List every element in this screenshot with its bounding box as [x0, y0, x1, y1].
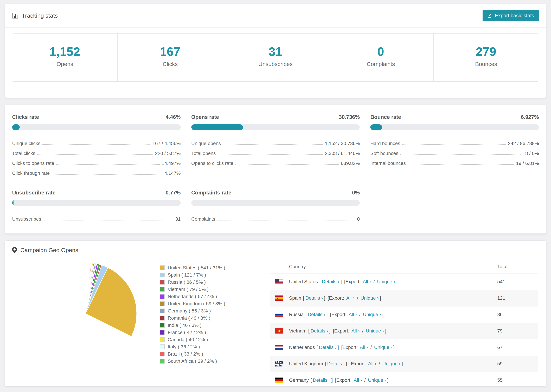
rate-detail-label: Total opens	[191, 151, 216, 157]
details-link[interactable]: Details ›	[305, 295, 323, 301]
details-link[interactable]: Details ›	[322, 279, 339, 284]
rate-detail-value: 1,152 / 30.736%	[325, 141, 360, 147]
rate-title: Bounce rate	[370, 114, 401, 120]
rate-progress-fill	[370, 124, 382, 130]
geo-table-row: United States[Details ›] [Export: All › …	[270, 273, 538, 290]
rate-detail-value: 0	[357, 216, 360, 223]
export-label: [Export:	[335, 378, 352, 383]
legend-label: Brazil ( 33 / 2% )	[168, 351, 203, 357]
country-cell: Spain[Details ›] [Export: All › / Unique…	[289, 290, 497, 306]
rate-detail-row: Total clicks 220 / 5.87%	[12, 147, 181, 157]
export-all-link[interactable]: All ›	[360, 345, 368, 350]
rate-detail-value: 18 / 0%	[523, 151, 539, 157]
geo-table-header-row: Country Total	[270, 260, 538, 273]
legend-swatch	[160, 359, 165, 364]
rate-progress-fill	[12, 200, 14, 206]
legend-item: Vietnam ( 79 / 5% )	[160, 286, 270, 293]
rate-panel: Opens rate 30.736% Unique opens 1,152 / …	[191, 114, 360, 177]
legend-label: Romania ( 49 / 3% )	[168, 315, 210, 321]
country-name: United States	[289, 279, 318, 284]
dotted-leader	[37, 154, 153, 155]
dotted-leader	[52, 174, 162, 175]
rate-detail-label: Internal bounces	[370, 161, 406, 167]
details-link[interactable]: Details ›	[319, 345, 337, 350]
bar-chart-icon	[12, 13, 18, 19]
details-link[interactable]: Details ›	[311, 328, 328, 334]
legend-swatch	[160, 330, 165, 335]
stats-summary-row: 1,152 Opens 167 Clicks 31 Unsubscribes 0…	[12, 33, 539, 82]
rate-panel-header: Opens rate 30.736%	[191, 114, 360, 120]
dotted-leader	[223, 144, 323, 145]
legend-label: United Kingdom ( 59 / 3% )	[168, 301, 225, 307]
rate-value: 0.77%	[166, 190, 181, 196]
dotted-leader	[400, 154, 521, 155]
export-all-link[interactable]: All ›	[354, 378, 362, 383]
rate-title: Complaints rate	[191, 190, 231, 196]
geo-pie-legend: United States ( 541 / 31% ) Spain ( 121 …	[145, 260, 270, 386]
country-name: Germany	[289, 378, 309, 383]
rate-detail-value: 167 / 4.456%	[152, 141, 181, 147]
geo-table-column: Country Total United States[Details ›] […	[270, 260, 538, 386]
legend-swatch	[160, 287, 165, 292]
country-cell: United States[Details ›] [Export: All › …	[289, 273, 497, 290]
rates-card: Clicks rate 4.46% Unique clicks 167 / 4.…	[5, 105, 546, 234]
details-link[interactable]: Details ›	[308, 312, 325, 317]
bracket: ]	[396, 279, 397, 284]
dotted-leader	[235, 164, 339, 165]
rate-detail-value: 242 / 86.738%	[508, 141, 539, 147]
rate-detail-row: Unique clicks 167 / 4.456%	[12, 137, 181, 147]
country-total: 59	[497, 356, 538, 372]
legend-label: Germany ( 55 / 3% )	[168, 308, 211, 314]
stat-box: 31 Unsubscribes	[223, 34, 328, 81]
export-all-link[interactable]: All ›	[363, 279, 371, 284]
rate-detail-value: 2,303 / 61.446%	[325, 151, 360, 157]
export-unique-link[interactable]: Unique ›	[360, 295, 379, 301]
bracket: ]	[387, 378, 389, 383]
bracket: [	[311, 378, 312, 383]
bracket: [	[317, 345, 318, 350]
export-all-link[interactable]: All ›	[346, 295, 354, 301]
export-basic-stats-button[interactable]: Export basic stats	[483, 10, 539, 21]
rate-detail-row: Unsubscribes 31	[12, 213, 181, 223]
legend-item: France ( 42 / 2% )	[160, 329, 270, 336]
bracket: [	[325, 361, 326, 366]
stat-value: 279	[476, 45, 496, 58]
bracket: ]	[393, 345, 395, 350]
export-unique-link[interactable]: Unique ›	[368, 378, 386, 383]
export-unique-link[interactable]: Unique ›	[374, 345, 392, 350]
rate-detail-rows: Unsubscribes 31	[12, 213, 181, 223]
stat-value: 31	[269, 45, 282, 58]
export-all-link[interactable]: All ›	[349, 312, 357, 317]
stat-box: 167 Clicks	[118, 34, 223, 81]
stat-label: Opens	[57, 61, 73, 67]
rate-detail-value: 14.497%	[162, 161, 181, 167]
slash: /	[370, 345, 372, 350]
export-all-link[interactable]: All ›	[368, 361, 376, 366]
rate-detail-label: Total clicks	[12, 151, 35, 157]
slash: /	[359, 312, 360, 317]
export-unique-link[interactable]: Unique ›	[377, 279, 395, 284]
legend-swatch	[160, 308, 165, 313]
legend-swatch	[160, 280, 165, 285]
details-link[interactable]: Details ›	[327, 361, 345, 366]
export-unique-link[interactable]: Unique ›	[382, 361, 401, 366]
legend-item: Germany ( 55 / 3% )	[160, 307, 270, 315]
rate-detail-rows: Complaints 0	[191, 213, 360, 223]
country-total: 79	[497, 323, 538, 339]
export-label: [Export:	[341, 345, 358, 350]
rate-detail-row: Soft bounces 18 / 0%	[370, 147, 539, 157]
export-unique-link[interactable]: Unique ›	[366, 328, 384, 334]
export-all-link[interactable]: All ›	[352, 328, 360, 334]
export-button-label: Export basic stats	[495, 13, 534, 19]
stat-box: 279 Bounces	[434, 34, 539, 81]
country-name: Russia	[289, 312, 304, 317]
legend-label: Netherlands ( 67 / 4% )	[168, 294, 217, 299]
geo-opens-card: Campaign Geo Opens United States ( 541 /…	[5, 240, 546, 386]
stat-value: 0	[377, 45, 384, 58]
legend-label: Vietnam ( 79 / 5% )	[168, 287, 209, 292]
tracking-stats-card: Tracking stats Export basic stats 1,152 …	[5, 4, 546, 98]
stat-label: Complaints	[367, 61, 395, 67]
details-link[interactable]: Details ›	[313, 378, 330, 383]
bracket: ]	[385, 328, 386, 334]
export-unique-link[interactable]: Unique ›	[363, 312, 381, 317]
